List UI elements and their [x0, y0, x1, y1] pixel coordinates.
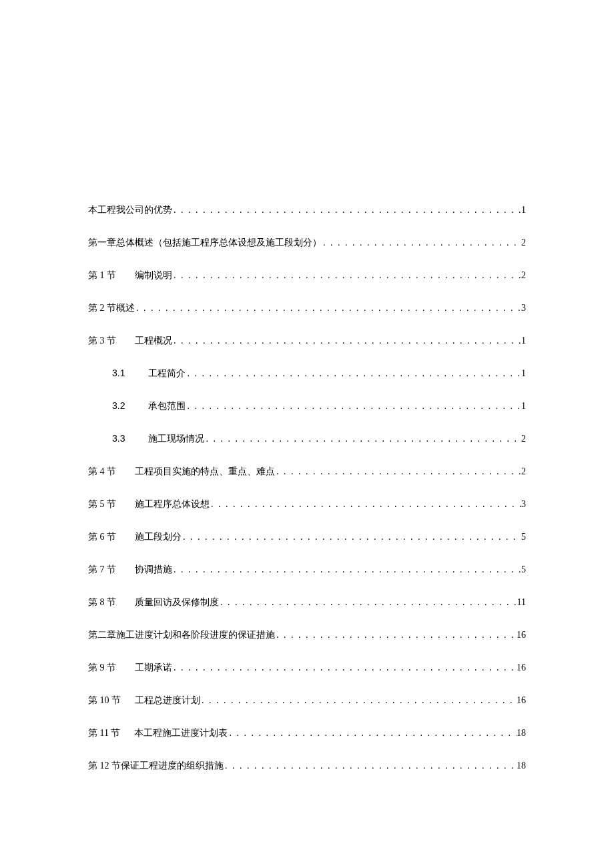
toc-entry-leader-dots: . . . . . . . . . . . . . . . . . . . . …	[224, 761, 517, 771]
toc-entry-gap	[116, 564, 135, 575]
toc-entry-page: 2	[521, 238, 526, 248]
toc-entry: 第 8 节 质量回访及保修制度. . . . . . . . . . . . .…	[88, 596, 526, 608]
toc-entry-gap	[116, 270, 135, 281]
toc-entry-page: 1	[521, 401, 526, 412]
toc-entry-page: 2	[521, 434, 526, 444]
toc-entry-leader-dots: . . . . . . . . . . . . . . . . . . . . …	[210, 499, 521, 510]
toc-entry-title: 本工程施工进度计划表	[134, 727, 228, 739]
toc-entry-label: 第 1 节	[88, 270, 116, 282]
toc-entry-title: 第 12 节保证工程进度的组织措施	[88, 760, 224, 772]
toc-entry-label: 3.1	[112, 368, 125, 378]
toc-entry-gap	[116, 663, 135, 673]
toc-entry-title: 第 2 节概述	[88, 302, 135, 314]
toc-entry: 第二章施工进度计划和各阶段进度的保证措施. . . . . . . . . . …	[88, 629, 526, 641]
toc-entry-leader-dots: . . . . . . . . . . . . . . . . . . . . …	[322, 238, 521, 248]
toc-entry-page: 1	[521, 368, 526, 379]
toc-entry: 第 1 节 编制说明. . . . . . . . . . . . . . . …	[88, 270, 526, 282]
table-of-contents: 本工程我公司的优势. . . . . . . . . . . . . . . .…	[88, 204, 526, 772]
toc-entry-leader-dots: . . . . . . . . . . . . . . . . . . . . …	[182, 532, 521, 542]
toc-entry-page: 2	[521, 270, 526, 281]
toc-entry: 第 5 节 施工程序总体设想. . . . . . . . . . . . . …	[88, 498, 526, 510]
toc-entry-leader-dots: . . . . . . . . . . . . . . . . . . . . …	[186, 368, 521, 379]
toc-entry-leader-dots: . . . . . . . . . . . . . . . . . . . . …	[228, 728, 517, 739]
toc-entry: 3.2 承包范围. . . . . . . . . . . . . . . . …	[88, 400, 526, 412]
toc-entry-label: 第 9 节	[88, 662, 116, 674]
toc-entry-title: 施工现场情况	[148, 433, 204, 445]
toc-entry-gap	[116, 597, 135, 608]
toc-entry-title: 第二章施工进度计划和各阶段进度的保证措施	[88, 629, 275, 641]
toc-entry-title: 第一章总体概述（包括施工程序总体设想及施工段划分）	[88, 237, 322, 249]
toc-entry: 第 2 节概述. . . . . . . . . . . . . . . . .…	[88, 302, 526, 314]
toc-entry: 第 11 节 本工程施工进度计划表. . . . . . . . . . . .…	[88, 727, 526, 739]
toc-entry-title: 工程简介	[148, 368, 186, 380]
toc-entry: 第一章总体概述（包括施工程序总体设想及施工段划分）. . . . . . . .…	[88, 237, 526, 249]
toc-entry-gap	[121, 695, 135, 706]
toc-entry-leader-dots: . . . . . . . . . . . . . . . . . . . . …	[204, 434, 521, 444]
toc-entry: 第 9 节 工期承诺. . . . . . . . . . . . . . . …	[88, 662, 526, 674]
toc-entry-page: 1	[521, 205, 526, 215]
toc-entry-title: 工程总进度计划	[135, 695, 200, 707]
toc-entry-gap	[125, 434, 148, 444]
toc-entry-title: 承包范围	[148, 400, 186, 412]
toc-entry-page: 1	[521, 336, 526, 346]
toc-entry-label: 第 11 节	[88, 727, 120, 739]
toc-entry-page: 16	[517, 663, 526, 673]
toc-entry-label: 3.3	[112, 433, 125, 444]
toc-entry-title: 编制说明	[135, 270, 172, 282]
toc-entry-label: 第 10 节	[88, 695, 121, 707]
toc-entry-gap	[116, 336, 135, 346]
toc-entry-leader-dots: . . . . . . . . . . . . . . . . . . . . …	[200, 695, 517, 706]
toc-entry-leader-dots: . . . . . . . . . . . . . . . . . . . . …	[219, 597, 517, 608]
toc-entry-leader-dots: . . . . . . . . . . . . . . . . . . . . …	[172, 564, 521, 575]
toc-entry-title: 工期承诺	[135, 662, 172, 674]
toc-entry-label: 第 5 节	[88, 498, 116, 510]
toc-entry-leader-dots: . . . . . . . . . . . . . . . . . . . . …	[186, 401, 521, 412]
toc-entry: 第 4 节 工程项目实施的特点、重点、难点. . . . . . . . . .…	[88, 466, 526, 478]
toc-entry-leader-dots: . . . . . . . . . . . . . . . . . . . . …	[135, 303, 521, 314]
toc-entry-title: 工程概况	[135, 335, 172, 347]
toc-entry-page: 2	[521, 466, 526, 477]
toc-entry-page: 18	[517, 728, 526, 739]
toc-entry-page: 16	[517, 630, 526, 640]
toc-entry: 3.1 工程简介. . . . . . . . . . . . . . . . …	[88, 368, 526, 380]
toc-entry: 第 7 节 协调措施. . . . . . . . . . . . . . . …	[88, 564, 526, 576]
toc-entry-page: 18	[517, 761, 526, 771]
toc-entry-label: 第 8 节	[88, 596, 116, 608]
toc-entry-leader-dots: . . . . . . . . . . . . . . . . . . . . …	[275, 630, 517, 640]
toc-entry-leader-dots: . . . . . . . . . . . . . . . . . . . . …	[172, 663, 517, 673]
toc-entry: 第 3 节 工程概况. . . . . . . . . . . . . . . …	[88, 335, 526, 347]
toc-entry-label: 第 3 节	[88, 335, 116, 347]
toc-entry-label: 第 6 节	[88, 531, 116, 543]
toc-entry-gap	[116, 466, 135, 477]
toc-entry-title: 施工程序总体设想	[135, 498, 210, 510]
toc-entry-page: 5	[521, 532, 526, 542]
toc-entry-label: 第 4 节	[88, 466, 116, 478]
toc-entry-title: 协调措施	[135, 564, 172, 576]
toc-entry-leader-dots: . . . . . . . . . . . . . . . . . . . . …	[172, 270, 521, 281]
toc-entry-gap	[120, 728, 134, 739]
toc-entry-label: 3.2	[112, 400, 125, 411]
toc-entry: 第 12 节保证工程进度的组织措施. . . . . . . . . . . .…	[88, 760, 526, 772]
toc-entry-title: 本工程我公司的优势	[88, 204, 172, 216]
toc-entry: 本工程我公司的优势. . . . . . . . . . . . . . . .…	[88, 204, 526, 216]
toc-entry-leader-dots: . . . . . . . . . . . . . . . . . . . . …	[275, 466, 521, 477]
toc-entry-title: 施工段划分	[135, 531, 182, 543]
toc-entry-page: 11	[517, 597, 526, 608]
toc-entry-label: 第 7 节	[88, 564, 116, 576]
toc-entry-gap	[116, 532, 135, 542]
toc-entry-page: 3	[521, 303, 526, 314]
toc-entry-page: 5	[521, 564, 526, 575]
toc-entry-leader-dots: . . . . . . . . . . . . . . . . . . . . …	[172, 336, 521, 346]
toc-entry-title: 工程项目实施的特点、重点、难点	[135, 466, 275, 478]
toc-entry-gap	[125, 368, 148, 379]
toc-entry-leader-dots: . . . . . . . . . . . . . . . . . . . . …	[172, 205, 521, 215]
toc-entry-page: 16	[517, 695, 526, 706]
toc-entry: 3.3 施工现场情况. . . . . . . . . . . . . . . …	[88, 433, 526, 445]
toc-entry: 第 6 节 施工段划分. . . . . . . . . . . . . . .…	[88, 531, 526, 543]
toc-entry-gap	[125, 401, 148, 412]
toc-entry-gap	[116, 499, 135, 510]
toc-entry-title: 质量回访及保修制度	[135, 596, 219, 608]
toc-entry-page: 3	[521, 499, 526, 510]
toc-entry: 第 10 节 工程总进度计划. . . . . . . . . . . . . …	[88, 695, 526, 707]
